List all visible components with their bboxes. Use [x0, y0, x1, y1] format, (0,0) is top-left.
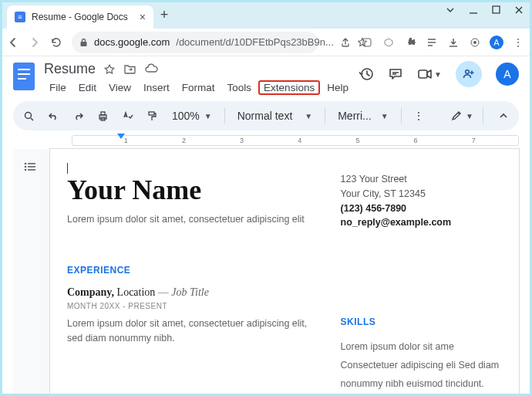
menu-help[interactable]: Help	[322, 80, 354, 95]
window-maximize-icon[interactable]	[492, 5, 500, 15]
ext-icon-2[interactable]	[382, 36, 396, 49]
svg-point-8	[466, 70, 470, 74]
job-dates: MONTH 20XX - PRESENT	[67, 302, 318, 310]
menu-tools[interactable]: Tools	[222, 80, 258, 95]
docs-toolbar: 100%▼ Normal text▼ Merri...▼ ⋮ ▼	[13, 101, 519, 130]
comments-icon[interactable]	[388, 66, 403, 82]
docs-header: Resume File Edit View Insert Format Tool…	[2, 56, 530, 98]
tab-title: Resume - Google Docs	[32, 12, 128, 22]
redo-icon[interactable]	[67, 105, 89, 127]
resume-tagline: Lorem ipsum dolor sit amet, consectetuer…	[67, 214, 318, 225]
browser-tab[interactable]: ≡ Resume - Google Docs ×	[7, 5, 153, 29]
outline-toggle-icon[interactable]	[23, 161, 37, 396]
svg-rect-7	[419, 70, 427, 78]
contact-block: 123 Your Street Your City, ST 12345 (123…	[341, 172, 502, 230]
browser-titlebar: ≡ Resume - Google Docs × +	[2, 2, 530, 29]
url-path: /document/d/10DFEtbPqs23bB9n...	[176, 36, 334, 48]
spellcheck-icon[interactable]	[116, 105, 138, 127]
svg-point-9	[25, 112, 31, 118]
menu-insert[interactable]: Insert	[138, 80, 175, 95]
collapse-toolbar-icon[interactable]	[493, 105, 514, 127]
horizontal-ruler[interactable]: 1 2 3 4 5 6 7	[72, 135, 519, 146]
svg-rect-19	[28, 169, 35, 171]
new-tab-button[interactable]: +	[153, 7, 175, 25]
svg-rect-17	[28, 166, 35, 168]
docs-favicon: ≡	[15, 12, 25, 22]
search-menus-icon[interactable]	[18, 105, 39, 127]
paint-format-icon[interactable]	[141, 105, 163, 127]
text-cursor	[67, 163, 68, 174]
skills-heading: SKILLS	[341, 316, 502, 327]
font-select[interactable]: Merri...▼	[332, 110, 394, 122]
browser-toolbar: docs.google.com/document/d/10DFEtbPqs23b…	[2, 29, 530, 56]
url-host: docs.google.com	[94, 36, 170, 48]
tab-close-icon[interactable]: ×	[140, 11, 146, 23]
menu-view[interactable]: View	[103, 80, 136, 95]
nav-reload-icon[interactable]	[50, 36, 67, 49]
svg-rect-1	[493, 6, 500, 13]
editing-mode-icon[interactable]: ▼	[450, 110, 473, 122]
nav-back-icon[interactable]	[7, 36, 24, 49]
svg-rect-2	[81, 42, 87, 46]
ext-icon-1[interactable]	[360, 36, 374, 49]
svg-point-18	[25, 169, 27, 171]
chevron-down-icon[interactable]	[446, 5, 455, 15]
star-icon[interactable]	[103, 63, 116, 76]
undo-icon[interactable]	[42, 105, 64, 127]
document-area: Your Name Lorem ipsum dolor sit amet, co…	[13, 149, 519, 396]
window-minimize-icon[interactable]	[469, 5, 478, 15]
svg-point-16	[25, 166, 27, 168]
zoom-select[interactable]: 100%▼	[166, 110, 218, 122]
job-line: Company, Location — Job Title	[67, 286, 318, 299]
reading-list-icon[interactable]	[425, 36, 439, 49]
docs-menubar: File Edit View Insert Format Tools Exten…	[44, 80, 354, 95]
docs-logo-icon[interactable]	[13, 63, 35, 90]
print-icon[interactable]	[92, 105, 113, 127]
document-title[interactable]: Resume	[44, 61, 96, 77]
style-select[interactable]: Normal text▼	[231, 110, 318, 122]
browser-menu-icon[interactable]: ⋮	[511, 36, 525, 49]
svg-rect-3	[363, 39, 371, 46]
account-avatar[interactable]: A	[496, 63, 519, 86]
menu-extensions[interactable]: Extensions	[258, 80, 320, 95]
download-icon[interactable]	[446, 36, 460, 49]
move-folder-icon[interactable]	[123, 63, 136, 76]
lock-icon	[79, 38, 88, 47]
menu-file[interactable]: File	[44, 80, 72, 95]
menu-format[interactable]: Format	[177, 80, 221, 95]
browser-profile-avatar[interactable]: A	[490, 36, 503, 49]
svg-rect-13	[149, 112, 154, 115]
cloud-saved-icon[interactable]	[144, 63, 158, 76]
extensions-puzzle-icon[interactable]	[403, 36, 417, 49]
ext-icon-3[interactable]	[468, 36, 482, 49]
job-description: Lorem ipsum dolor sit amet, consectetuer…	[67, 316, 318, 346]
history-icon[interactable]	[359, 66, 374, 82]
window-close-icon[interactable]	[514, 5, 524, 15]
menu-edit[interactable]: Edit	[73, 80, 102, 95]
address-bar[interactable]: docs.google.com/document/d/10DFEtbPqs23b…	[72, 32, 318, 53]
meet-icon[interactable]: ▼	[417, 68, 442, 80]
svg-point-5	[473, 41, 476, 44]
experience-heading: EXPERIENCE	[67, 265, 318, 276]
svg-rect-15	[28, 163, 35, 164]
skills-text: Lorem ipsum dolor sit ame Consectetuer a…	[341, 338, 502, 393]
resume-name: Your Name	[67, 174, 318, 206]
more-tools-icon[interactable]: ⋮	[408, 105, 429, 127]
svg-rect-11	[101, 112, 105, 115]
nav-forward-icon[interactable]	[29, 36, 45, 49]
share-button[interactable]	[456, 61, 482, 87]
svg-point-14	[25, 163, 27, 165]
share-url-icon[interactable]	[340, 37, 351, 48]
document-page[interactable]: Your Name Lorem ipsum dolor sit amet, co…	[50, 149, 519, 396]
